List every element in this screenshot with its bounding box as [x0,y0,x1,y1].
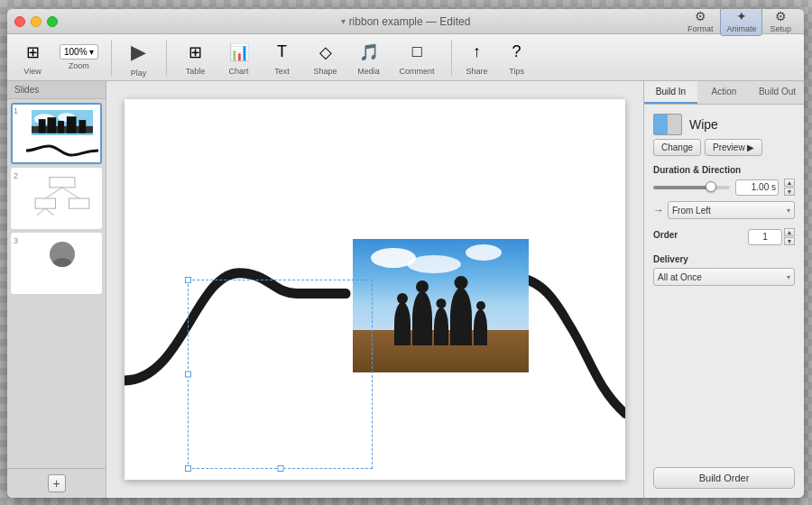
maximize-button[interactable] [47,16,58,27]
shape-label: Shape [314,67,337,76]
order-row: Order 1 ▲ ▼ [653,228,795,245]
main-area: Slides 1 [7,81,804,498]
stepper-up[interactable]: ▲ [784,179,795,187]
silhouette-4 [450,288,472,345]
delivery-chevron: ▾ [787,273,790,281]
tips-section: ? Tips [499,40,535,76]
delivery-label: Delivery [653,254,795,264]
canvas-area[interactable] [106,81,643,498]
table-icon[interactable]: ⊞ [183,40,208,65]
silhouette-3 [434,308,448,345]
tab-action[interactable]: Action [697,81,751,104]
slide-thumb-content-1 [24,105,100,162]
table-label: Table [186,67,206,76]
thumb-photo [32,110,93,135]
format-icon: ⚙ [695,9,706,23]
slide-thumb-3[interactable]: 3 [11,233,102,294]
animation-name: Wipe [689,117,718,132]
chart-icon[interactable]: 📊 [226,40,252,65]
order-input-wrap: 1 ▲ ▼ [748,228,795,245]
title-icon: ▾ [341,16,346,26]
svg-rect-6 [58,121,64,133]
panel-tabs: Build In Action Build Out [644,81,804,105]
svg-rect-13 [69,198,88,208]
comment-icon[interactable]: □ [404,40,429,65]
text-section: T Text [264,40,300,76]
svg-line-10 [45,188,62,198]
slide-thumb-2[interactable]: 2 [11,168,102,229]
chart-label: Chart [229,67,249,76]
window-controls [14,16,58,27]
svg-line-11 [62,188,79,198]
zoom-control[interactable]: 100% ▾ [60,44,98,60]
slide-thumb-1[interactable]: 1 [11,103,102,164]
duration-label: Duration & Direction [653,165,795,175]
duration-slider[interactable] [653,186,730,189]
share-label: Share [466,67,488,76]
handle-tl[interactable] [185,277,191,283]
direction-row: → From Left ▾ [653,201,795,219]
play-label: Play [131,69,147,78]
delivery-dropdown[interactable]: All at Once ▾ [653,268,795,286]
add-slide-button[interactable]: + [48,474,66,492]
order-down[interactable]: ▼ [784,237,795,245]
animation-thumbnail [653,114,682,135]
view-icon[interactable]: ⊞ [20,40,45,65]
setup-label: Setup [770,24,791,33]
direction-dropdown[interactable]: From Left ▾ [668,201,795,219]
slides-sidebar: Slides 1 [7,81,106,498]
view-section: ⊞ View [14,40,51,76]
svg-rect-7 [67,116,77,133]
sidebar-bottom: + [7,468,106,498]
silhouettes [353,272,529,345]
play-button[interactable]: ▶ [125,38,153,67]
thumb-diagram [28,173,97,224]
svg-line-15 [45,208,53,215]
chart-section: 📊 Chart [221,40,257,76]
media-icon[interactable]: 🎵 [356,40,382,65]
order-section: Order 1 ▲ ▼ [653,228,795,245]
comment-section: □ Comment [394,40,440,76]
minimize-button[interactable] [31,16,42,27]
handle-ml[interactable] [185,372,191,378]
setup-button[interactable]: ⚙ Setup [764,9,797,35]
silhouette-5 [474,309,487,345]
svg-rect-8 [78,120,86,133]
cloud-2 [466,244,502,261]
format-button[interactable]: ⚙ Format [682,9,719,35]
tab-build-in[interactable]: Build In [644,81,697,104]
shape-icon[interactable]: ◇ [313,40,338,65]
media-section: 🎵 Media [351,40,387,76]
order-input[interactable]: 1 [748,229,782,245]
tab-build-out[interactable]: Build Out [751,81,804,104]
duration-input[interactable]: 1.00 s [735,179,779,196]
play-section: ▶ Play [119,38,159,78]
tips-icon[interactable]: ? [504,40,530,65]
svg-rect-12 [35,198,55,208]
share-section: ↑ Share [459,40,495,76]
photo-element[interactable] [353,239,529,372]
window-title: ribbon example — Edited [349,15,471,28]
order-up[interactable]: ▲ [784,228,795,236]
change-button[interactable]: Change [653,139,701,156]
slide-num-2: 2 [13,170,22,182]
media-label: Media [357,67,380,76]
order-stepper: ▲ ▼ [784,228,795,245]
handle-bl[interactable] [185,465,191,472]
text-icon[interactable]: T [270,40,295,65]
dropdown-chevron: ▾ [787,207,790,215]
duration-section: Duration & Direction 1.00 s ▲ ▼ [653,165,795,219]
close-button[interactable] [14,16,25,27]
slide-thumb-content-3 [24,234,100,292]
svg-line-14 [37,208,45,215]
thumb-face [50,242,75,267]
cloud-3 [407,255,461,273]
stepper-down[interactable]: ▼ [784,188,795,196]
preview-button[interactable]: Preview ▶ [705,139,762,156]
build-order-button[interactable]: Build Order [653,467,795,489]
direction-arrow-icon: → [653,204,664,216]
handle-bm[interactable] [277,465,283,472]
share-icon[interactable]: ↑ [465,40,490,65]
slide-num-1: 1 [13,105,22,117]
animate-button[interactable]: ✦ Animate [720,9,762,36]
